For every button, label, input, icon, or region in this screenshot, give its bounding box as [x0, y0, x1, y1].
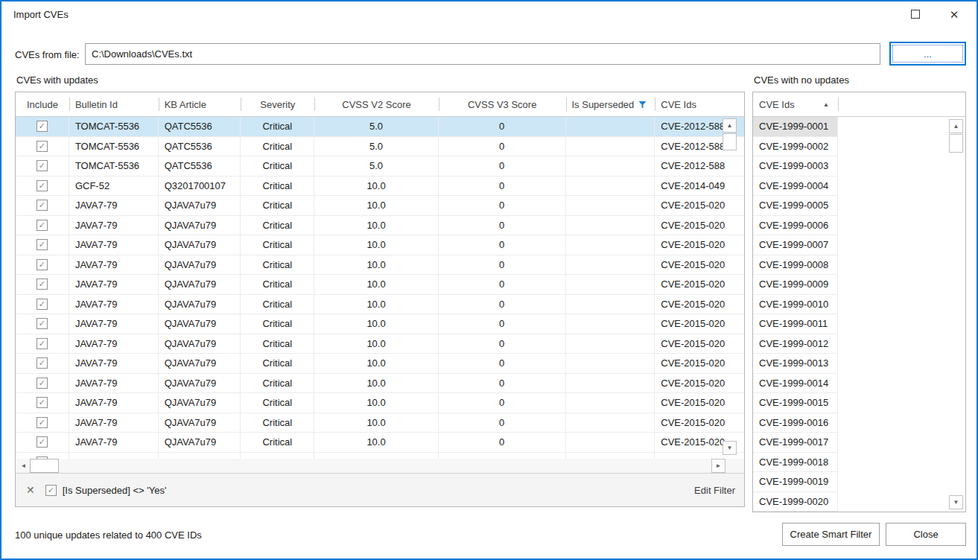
grid-cell-cve-id[interactable]: CVE-1999-0020 [753, 492, 838, 512]
create-smart-filter-button[interactable]: Create Smart Filter [782, 523, 880, 546]
vertical-scrollbar-thumb[interactable] [949, 134, 963, 153]
grid-cell-kb-article[interactable]: QJAVA7u79 [159, 393, 241, 413]
include-checkbox[interactable]: ✓ [36, 239, 48, 250]
grid-cell-cve-id[interactable]: CVE-1999-0008 [753, 255, 838, 276]
grid-cell-cvss-v3-score[interactable]: 0 [439, 354, 566, 373]
table-row[interactable]: ✓GCF-52Q3201700107Critical10.00CVE-2014-… [16, 176, 744, 197]
table-row[interactable]: CVE-1999-0009 [753, 275, 965, 295]
grid-cell-bulletin-id[interactable]: JAVA7-79 [69, 433, 159, 452]
table-row[interactable]: CVE-1999-0012 [753, 334, 965, 354]
table-row[interactable]: ✓JAVA7-79QJAVA7u79Critical10.00CVE-2015-… [16, 275, 744, 295]
table-row[interactable]: CVE-1999-0006 [753, 216, 965, 236]
include-checkbox[interactable]: ✓ [36, 220, 48, 231]
grid-cell-severity[interactable]: Critical [241, 413, 314, 433]
grid-cell-bulletin-id[interactable]: JAVA7-79 [69, 413, 159, 433]
column-header-cvss-v2-score[interactable]: CVSS V2 Score [314, 92, 439, 116]
include-checkbox[interactable]: ✓ [36, 121, 48, 132]
table-row[interactable]: ✓JAVA7-79QJAVA7u79Critical10.00CVE-2015-… [16, 334, 744, 354]
filter-enabled-checkbox[interactable]: ✓ [45, 485, 57, 496]
grid-cell-cve-id[interactable]: CVE-1999-0010 [753, 295, 838, 315]
grid-cell-cvss-v3-score[interactable]: 0 [439, 413, 566, 433]
grid-cell-severity[interactable]: Critical [241, 354, 314, 373]
include-checkbox[interactable]: ✓ [36, 279, 48, 290]
grid-cell-is-superseded[interactable] [566, 275, 655, 294]
grid-cell-kb-article[interactable]: QJAVA7u79 [159, 295, 241, 314]
grid-cell-cvss-v3-score[interactable]: 0 [439, 374, 566, 393]
grid-cell-bulletin-id[interactable]: TOMCAT-5536 [69, 117, 159, 136]
grid-cell-severity[interactable]: Critical [241, 196, 314, 215]
grid-cell-cvss-v2-score[interactable]: 10.0 [314, 433, 439, 452]
grid-cell-cvss-v2-score[interactable]: 10.0 [314, 453, 439, 459]
horizontal-scrollbar[interactable]: ◄ ► [16, 459, 744, 474]
grid-cell-cvss-v2-score[interactable]: 10.0 [314, 196, 439, 215]
include-checkbox[interactable]: ✓ [36, 299, 48, 310]
grid-cell-kb-article[interactable]: QATC5536 [159, 156, 241, 176]
grid-cell-cvss-v3-score[interactable]: 0 [439, 196, 566, 215]
table-row[interactable]: ✓TOMCAT-5536QATC5536Critical5.00CVE-2012… [16, 137, 744, 157]
grid-cell-kb-article[interactable]: QJAVA7u79 [159, 334, 241, 354]
grid-cell-is-superseded[interactable] [566, 314, 655, 334]
grid-cell-severity[interactable]: Critical [241, 374, 314, 393]
grid-cell-cvss-v3-score[interactable]: 0 [439, 295, 566, 314]
column-header-bulletin-id[interactable]: Bulletin Id [69, 92, 159, 116]
grid-cell-cve-ids[interactable]: CVE-2015-020 [655, 314, 744, 334]
grid-cell-cve-ids[interactable]: CVE-2015-020 [655, 275, 744, 294]
include-checkbox[interactable]: ✓ [36, 200, 48, 211]
grid-cell-bulletin-id[interactable]: TOMCAT-5536 [69, 156, 159, 176]
grid-cell-cvss-v3-score[interactable]: 0 [439, 334, 566, 354]
close-dialog-button[interactable]: Close [886, 523, 966, 546]
grid-cell-is-superseded[interactable] [566, 235, 655, 255]
include-checkbox[interactable]: ✓ [36, 436, 48, 448]
grid-cell-bulletin-id[interactable]: JAVA7-79 [69, 334, 159, 354]
grid-cell-bulletin-id[interactable]: JAVA7-79 [69, 393, 159, 413]
grid-cell-cvss-v3-score[interactable]: 0 [439, 117, 566, 136]
grid-cell-is-superseded[interactable] [566, 334, 655, 354]
grid-cell-cve-id[interactable]: CVE-1999-0014 [753, 374, 838, 394]
table-row[interactable]: ✓JAVA7-79QJAVA7u79Critical10.00CVE-2015-… [16, 354, 744, 374]
browse-button[interactable]: ... [889, 42, 966, 66]
table-row[interactable]: ✓JAVA7-79QJAVA7u79Critical10.00CVE-2015-… [16, 393, 744, 413]
table-row[interactable]: CVE-1999-0005 [753, 196, 965, 216]
grid-cell-bulletin-id[interactable]: JAVA7-79 [69, 196, 159, 215]
table-row[interactable]: CVE-1999-0007 [753, 235, 965, 255]
vertical-scroll-down-button[interactable]: ▼ [949, 495, 963, 509]
grid-cell-is-superseded[interactable] [566, 196, 655, 215]
grid-cell-cve-id[interactable]: CVE-1999-0009 [753, 275, 838, 295]
grid-cell-cve-ids[interactable]: CVE-2015-020 [655, 255, 744, 275]
table-row[interactable]: CVE-1999-0019 [753, 472, 965, 492]
grid-cell-kb-article[interactable]: QJAVA7u79 [159, 314, 241, 334]
table-row[interactable]: ✓JAVA7-79QJAVA7u79Critical10.00CVE-2015-… [16, 255, 744, 276]
table-row[interactable]: ✓JAVA7-79QJAVA7u79Critical10.00CVE-2015-… [16, 196, 744, 216]
column-header-kb-article[interactable]: KB Article [159, 92, 241, 116]
grid-cell-cvss-v3-score[interactable]: 0 [439, 137, 566, 156]
table-row[interactable]: ✓JAVA7-79QJAVA7u79Critical10.00CVE-2015-… [16, 235, 744, 255]
grid-cell-cvss-v3-score[interactable]: 0 [439, 235, 566, 255]
grid-cell-severity[interactable]: Critical [241, 314, 314, 334]
grid-cell-cve-id[interactable]: CVE-1999-0012 [753, 334, 838, 354]
grid-cell-cve-id[interactable]: CVE-1999-0005 [753, 196, 838, 216]
table-row[interactable]: CVE-1999-0016 [753, 413, 965, 433]
column-header-severity[interactable]: Severity [241, 92, 314, 116]
table-row[interactable]: ✓TOMCAT-5536QATC5536Critical5.00CVE-2012… [16, 117, 744, 137]
grid-cell-severity[interactable]: Critical [241, 216, 314, 235]
column-header-cvss-v3-score[interactable]: CVSS V3 Score [439, 92, 566, 116]
include-checkbox[interactable]: ✓ [36, 378, 48, 389]
grid-cell-kb-article[interactable]: QJAVA7u79 [159, 196, 241, 215]
include-checkbox[interactable]: ✓ [36, 259, 48, 270]
grid-cell-cve-ids[interactable]: CVE-2015-020 [655, 393, 744, 413]
grid-cell-bulletin-id[interactable]: JAVA7-79 [69, 314, 159, 334]
grid-cell-is-superseded[interactable] [566, 374, 655, 393]
grid-cell-bulletin-id[interactable]: JAVA7-79 [69, 354, 159, 373]
include-checkbox[interactable]: ✓ [36, 397, 48, 408]
table-row[interactable]: ✓JAVA7-79QJAVA7u79Critical10.00CVE-2015-… [16, 295, 744, 315]
include-checkbox[interactable]: ✓ [36, 141, 48, 152]
vertical-scrollbar-thumb[interactable] [723, 133, 737, 150]
grid-cell-cvss-v3-score[interactable]: 0 [439, 255, 566, 275]
include-checkbox[interactable]: ✓ [36, 357, 48, 369]
grid-cell-bulletin-id[interactable]: JAVA7-79 [69, 235, 159, 255]
grid-cell-bulletin-id[interactable]: JAVA7-79 [69, 453, 159, 459]
grid-cell-severity[interactable]: Critical [241, 334, 314, 354]
horizontal-scrollbar-thumb[interactable] [30, 459, 59, 473]
grid-cell-cve-ids[interactable]: CVE-2015-020 [655, 374, 744, 393]
grid-cell-cve-ids[interactable]: CVE-2015-020 [655, 196, 744, 215]
